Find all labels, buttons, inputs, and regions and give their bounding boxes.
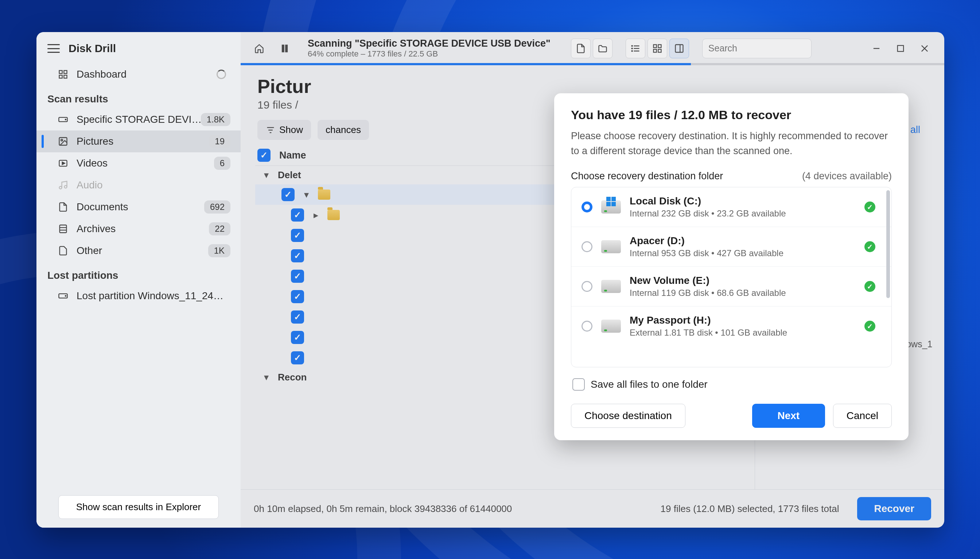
svg-point-10 (60, 187, 62, 189)
app-title: Disk Drill (68, 42, 116, 55)
count-badge: 6 (214, 157, 230, 170)
svg-rect-1 (64, 71, 67, 74)
category-icon (58, 202, 68, 212)
drive-icon (601, 200, 621, 213)
svg-point-11 (65, 185, 67, 188)
radio-icon (581, 321, 593, 332)
modal-description: Please choose recovery destination. It i… (571, 129, 892, 158)
count-badge: 22 (209, 222, 230, 235)
dashboard-label: Dashboard (76, 68, 126, 80)
svg-rect-12 (60, 225, 67, 233)
scrollbar[interactable] (886, 190, 890, 298)
sidebar-item-documents[interactable]: Documents692 (36, 196, 241, 218)
dest-sub: Internal 953 GB disk • 427 GB available (630, 248, 856, 258)
destination-option[interactable]: Apacer (D:)Internal 953 GB disk • 427 GB… (571, 227, 891, 267)
choose-destination-button[interactable]: Choose destination (571, 404, 685, 428)
dest-name: New Volume (E:) (630, 275, 856, 286)
ok-icon (864, 241, 876, 252)
recovery-destination-modal: You have 19 files / 12.0 MB to recover P… (554, 93, 909, 440)
sidebar-item-other[interactable]: Other1K (36, 240, 241, 261)
cancel-button[interactable]: Cancel (833, 404, 892, 428)
svg-rect-3 (64, 75, 67, 78)
checkbox-icon (573, 378, 585, 390)
svg-marker-9 (62, 162, 65, 165)
devices-available: (4 devices available) (802, 170, 892, 182)
save-to-one-folder-checkbox[interactable]: Save all files to one folder (573, 378, 890, 390)
svg-rect-2 (60, 75, 62, 78)
drive-icon (601, 319, 621, 333)
sidebar-lost-partition[interactable]: Lost partition Windows_11_24… (36, 285, 241, 307)
destination-option[interactable]: My Passport (H:)External 1.81 TB disk • … (571, 306, 891, 367)
destination-option[interactable]: New Volume (E:)Internal 119 GB disk • 68… (571, 267, 891, 306)
main: Scanning "Specific STORAGE DEVICE USB De… (241, 32, 944, 528)
svg-point-5 (65, 119, 66, 120)
sidebar-item-specific-storage-devi-[interactable]: Specific STORAGE DEVI…1.8K (36, 109, 241, 131)
dest-sub: Internal 232 GB disk • 23.2 GB available (630, 208, 856, 218)
dest-sub: Internal 119 GB disk • 68.6 GB available (630, 288, 856, 298)
sidebar-section-scan-results: Scan results (36, 85, 241, 109)
count-badge: 1.8K (201, 113, 230, 126)
svg-rect-0 (60, 71, 62, 74)
dashboard-icon (58, 69, 68, 80)
sidebar: Disk Drill Dashboard Scan results Specif… (36, 32, 241, 528)
category-icon (58, 158, 68, 169)
lost-partition-label: Lost partition Windows_11_24… (76, 290, 223, 302)
menu-icon[interactable] (47, 44, 60, 53)
sidebar-section-lost-partitions: Lost partitions (36, 261, 241, 285)
count-badge: 19 (209, 135, 230, 148)
ok-icon (864, 321, 876, 332)
category-icon (58, 114, 68, 125)
category-icon (58, 223, 68, 234)
count-badge: 692 (204, 200, 230, 213)
next-button[interactable]: Next (752, 404, 825, 428)
category-icon (58, 245, 68, 256)
svg-point-7 (61, 139, 63, 141)
sidebar-item-audio[interactable]: Audio (36, 174, 241, 196)
sidebar-item-pictures[interactable]: Pictures19 (36, 131, 241, 152)
dest-name: My Passport (H:) (630, 314, 856, 326)
svg-point-16 (65, 296, 66, 296)
dest-name: Local Disk (C:) (630, 195, 856, 207)
ok-icon (864, 202, 876, 212)
category-icon (58, 136, 68, 147)
dest-name: Apacer (D:) (630, 235, 856, 247)
destination-list: Local Disk (C:)Internal 232 GB disk • 23… (571, 187, 892, 367)
count-badge: 1K (208, 244, 230, 257)
drive-icon (601, 280, 621, 293)
sidebar-item-videos[interactable]: Videos6 (36, 152, 241, 174)
drive-icon (601, 240, 621, 253)
sidebar-dashboard[interactable]: Dashboard (36, 63, 241, 85)
spinner-icon (217, 69, 226, 79)
radio-icon (581, 202, 593, 212)
destination-option[interactable]: Local Disk (C:)Internal 232 GB disk • 23… (571, 187, 891, 227)
dest-sub: External 1.81 TB disk • 101 GB available (630, 327, 856, 338)
modal-title: You have 19 files / 12.0 MB to recover (571, 108, 892, 122)
category-icon (58, 180, 68, 190)
radio-icon (581, 241, 593, 252)
ok-icon (864, 281, 876, 292)
sidebar-item-archives[interactable]: Archives22 (36, 218, 241, 240)
radio-icon (581, 281, 593, 292)
choose-label: Choose recovery destination folder (571, 170, 723, 182)
show-in-explorer-button[interactable]: Show scan results in Explorer (58, 495, 219, 519)
app-window: Disk Drill Dashboard Scan results Specif… (36, 32, 944, 528)
drive-icon (58, 290, 68, 301)
